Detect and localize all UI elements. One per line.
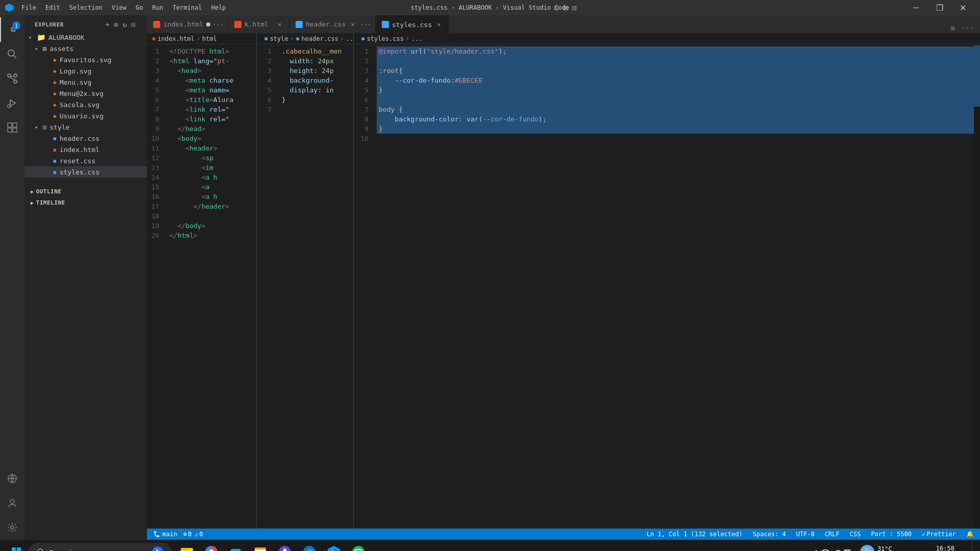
new-file-icon[interactable]: + bbox=[104, 19, 111, 30]
taskbar-app-vscode[interactable] bbox=[323, 541, 345, 551]
sidebar-timeline-section[interactable]: ▶ TIMELINE bbox=[24, 197, 147, 208]
close-button[interactable]: ✕ bbox=[951, 0, 975, 15]
weather-info: 31°C Chuva fraca bbox=[877, 545, 915, 552]
tray-up-arrow[interactable]: ⌃ bbox=[814, 548, 818, 552]
tab-index-html[interactable]: index.html ··· bbox=[147, 15, 228, 33]
editor1-code[interactable]: 1<!DOCTYPE html> 2<html lang="pt- 3 <hea… bbox=[147, 44, 256, 529]
sidebar-item-logo[interactable]: ◈ Logo.svg bbox=[24, 65, 147, 77]
code-line: 10 <body> bbox=[147, 134, 256, 143]
activity-settings[interactable] bbox=[0, 515, 24, 540]
menu-file[interactable]: File bbox=[17, 3, 40, 12]
activity-run-debug[interactable] bbox=[0, 91, 24, 115]
sidebar-item-menu[interactable]: ◈ Menu.svg bbox=[24, 77, 147, 88]
layout-button-3[interactable]: ⊠ bbox=[572, 3, 577, 13]
editor3-code[interactable]: 1@import url("style/header.css"); 2 3:ro… bbox=[356, 44, 980, 529]
split-editor-icon[interactable]: ⊞ bbox=[948, 23, 957, 33]
html-file-icon: ◼ bbox=[53, 146, 57, 153]
remote-icon bbox=[7, 473, 17, 484]
volume-icon[interactable] bbox=[832, 548, 841, 551]
sidebar-item-header-css[interactable]: ◼ header.css bbox=[24, 133, 147, 144]
taskbar-clock[interactable]: 16:58 27/08/2023 bbox=[923, 540, 968, 551]
svg-file-icon-2: ◈ bbox=[53, 68, 57, 74]
status-language[interactable]: CSS bbox=[848, 529, 863, 540]
wifi-icon[interactable] bbox=[821, 548, 829, 551]
prettier-text: Prettier bbox=[926, 531, 956, 538]
menu-selection[interactable]: Selection bbox=[65, 3, 107, 12]
breadcrumb-css-icon-2: ◼ bbox=[296, 35, 300, 42]
code-line: 11 <header> bbox=[147, 143, 256, 153]
status-errors[interactable]: ⊗ 0 ⚠ 0 bbox=[181, 529, 205, 540]
language-text: CSS bbox=[850, 531, 861, 538]
activity-remote[interactable] bbox=[0, 466, 24, 491]
svg-point-17 bbox=[154, 531, 156, 533]
tab-styles-css[interactable]: styles.css ✕ bbox=[376, 15, 449, 33]
sidebar-outline-section[interactable]: ▶ OUTLINE bbox=[24, 186, 147, 197]
status-position[interactable]: Ln 1, Col 1 (132 selected) bbox=[645, 529, 745, 540]
taskbar-app-edge[interactable] bbox=[298, 541, 321, 551]
sidebar-item-reset-css[interactable]: ◼ reset.css bbox=[24, 155, 147, 166]
more-actions-icon[interactable]: ··· bbox=[959, 23, 976, 33]
menu-go[interactable]: Go bbox=[132, 3, 147, 12]
sidebar-item-favoritos[interactable]: ◈ Favoritos.svg bbox=[24, 54, 147, 65]
sidebar-item-sacola[interactable]: ◈ Sacola.svg bbox=[24, 99, 147, 110]
menu-terminal[interactable]: Terminal bbox=[168, 3, 206, 12]
status-spaces[interactable]: Spaces: 4 bbox=[751, 529, 788, 540]
code-line: 12 <sp bbox=[147, 153, 256, 163]
sidebar-item-style[interactable]: ▾ ▤ style bbox=[24, 121, 147, 133]
sidebar-item-alurabook[interactable]: ▾ 📁 ALURABOOK bbox=[24, 32, 147, 43]
activity-explorer[interactable]: ⧉ 1 bbox=[0, 17, 24, 42]
prettier-icon: ✓ bbox=[922, 531, 925, 538]
sidebar-item-usuario[interactable]: ◈ Usuario.svg bbox=[24, 110, 147, 121]
taskbar-weather[interactable]: 31°C Chuva fraca bbox=[856, 540, 919, 551]
code-line: 1@import url("style/header.css"); bbox=[356, 46, 980, 56]
collapse-all-icon[interactable]: ⊟ bbox=[130, 19, 137, 30]
activity-accounts[interactable] bbox=[0, 491, 24, 515]
tab-k-html-close[interactable]: ✕ bbox=[275, 19, 285, 30]
taskbar-app-spotify[interactable] bbox=[347, 541, 370, 551]
status-port[interactable]: Port : 5500 bbox=[869, 529, 913, 540]
minimize-button[interactable]: ─ bbox=[904, 0, 928, 15]
sidebar-item-index-html[interactable]: ◼ index.html bbox=[24, 144, 147, 155]
editor2-code[interactable]: 1.cabecalho__men 2 width: 24px 3 height:… bbox=[259, 44, 353, 529]
activity-extensions[interactable] bbox=[0, 115, 24, 140]
menu-help[interactable]: Help bbox=[207, 3, 230, 12]
taskbar-app-github[interactable] bbox=[274, 541, 296, 551]
taskbar-app-chrome[interactable] bbox=[200, 541, 223, 551]
sidebar-item-menu2x[interactable]: ◈ Menu@2x.svg bbox=[24, 88, 147, 99]
show-desktop-button[interactable] bbox=[972, 540, 976, 551]
tab-index-html-more[interactable]: ··· bbox=[212, 21, 224, 28]
taskbar-search-box[interactable]: Pesquisar b bbox=[29, 543, 172, 551]
activity-bar: ⧉ 1 bbox=[0, 15, 24, 540]
activity-search[interactable] bbox=[0, 42, 24, 66]
sidebar-item-styles-css[interactable]: ◼ styles.css bbox=[24, 166, 147, 178]
taskbar-app-explorer[interactable] bbox=[176, 541, 198, 551]
svg-file-icon-3: ◈ bbox=[53, 79, 57, 86]
tab-header-css-more[interactable]: ··· bbox=[360, 21, 371, 28]
svg-rect-27 bbox=[181, 549, 187, 550]
settings-icon bbox=[7, 522, 17, 533]
explorer-badge: 1 bbox=[12, 21, 20, 30]
tab-styles-css-close[interactable]: ✕ bbox=[434, 19, 444, 30]
new-folder-icon[interactable]: ⊕ bbox=[113, 19, 119, 30]
status-prettier[interactable]: ✓ Prettier bbox=[920, 529, 958, 540]
status-notifications[interactable]: 🔔 bbox=[964, 529, 976, 540]
activity-source-control[interactable] bbox=[0, 66, 24, 91]
code-line: 3:root{ bbox=[356, 66, 980, 76]
tab-header-css-close[interactable]: ✕ bbox=[348, 19, 358, 30]
tab-bar: index.html ··· k.html ✕ header.css ✕ ···… bbox=[147, 15, 980, 33]
status-branch[interactable]: main bbox=[151, 529, 179, 540]
tab-header-css[interactable]: header.css ✕ ··· bbox=[289, 15, 376, 33]
status-encoding[interactable]: UTF-8 bbox=[794, 529, 817, 540]
taskbar-app-files[interactable] bbox=[249, 541, 272, 551]
status-line-ending[interactable]: CRLF bbox=[823, 529, 842, 540]
refresh-icon[interactable]: ↻ bbox=[121, 19, 128, 30]
taskbar-start-button[interactable] bbox=[4, 540, 29, 551]
sidebar-item-assets[interactable]: ▾ ▤ assets bbox=[24, 43, 147, 54]
restore-button[interactable]: ❐ bbox=[928, 0, 951, 15]
taskbar-app-teams[interactable] bbox=[225, 541, 247, 551]
menu-view[interactable]: View bbox=[108, 3, 131, 12]
breadcrumb-styles-css: styles.css bbox=[367, 35, 404, 42]
menu-edit[interactable]: Edit bbox=[41, 3, 64, 12]
tab-k-html[interactable]: k.html ✕ bbox=[228, 15, 289, 33]
menu-run[interactable]: Run bbox=[148, 3, 167, 12]
